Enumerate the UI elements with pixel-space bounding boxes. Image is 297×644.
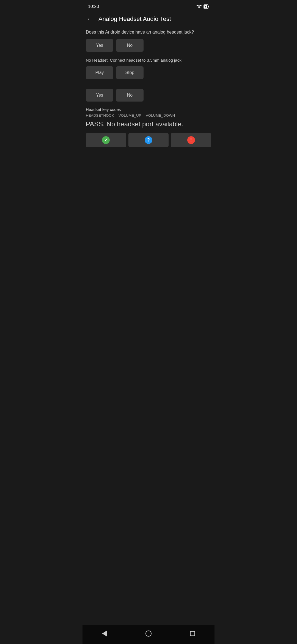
stop-button[interactable]: Stop	[116, 66, 144, 79]
back-triangle-icon	[102, 631, 107, 637]
fail-icon: !	[187, 136, 195, 144]
top-bar: ← Analog Headset Audio Test	[82, 12, 215, 27]
pass-text: PASS. No headset port available.	[86, 120, 211, 128]
recents-square-icon	[190, 631, 195, 636]
question-icon: ?	[145, 136, 152, 144]
pass-result-button[interactable]: ✓	[86, 133, 126, 147]
yes-no-row-2: Yes No	[86, 89, 211, 102]
yes-no-row-1: Yes No	[86, 39, 211, 52]
key-codes-list: HEADSETHOOK VOLUME_UP VOLUME_DOWN	[86, 113, 211, 118]
question-text: Does this Android device have an analog …	[86, 29, 211, 35]
nav-home-button[interactable]	[142, 629, 155, 638]
nav-recents-button[interactable]	[186, 629, 199, 638]
key-code-volume-down: VOLUME_DOWN	[146, 113, 175, 118]
no-button-1[interactable]: No	[116, 39, 144, 52]
play-button[interactable]: Play	[86, 66, 113, 79]
key-codes-title: Headset key codes	[86, 107, 211, 112]
no-button-2[interactable]: No	[116, 89, 144, 102]
back-button[interactable]: ←	[87, 15, 93, 23]
fail-result-button[interactable]: !	[171, 133, 211, 147]
wifi-icon	[196, 4, 202, 9]
result-buttons: ✓ ? !	[86, 133, 211, 147]
home-circle-icon	[145, 631, 152, 637]
spacer	[82, 390, 215, 625]
yes-button-2[interactable]: Yes	[86, 89, 113, 102]
status-icons	[196, 4, 209, 9]
svg-rect-1	[208, 6, 209, 7]
page-title: Analog Headset Audio Test	[98, 15, 171, 23]
divider-1	[86, 84, 211, 89]
nav-back-button[interactable]	[98, 629, 111, 638]
battery-icon	[204, 4, 209, 9]
play-stop-row: Play Stop	[86, 66, 211, 79]
status-bar: 10:20	[82, 0, 215, 12]
key-codes-section: Headset key codes HEADSETHOOK VOLUME_UP …	[86, 107, 211, 118]
question-result-button[interactable]: ?	[128, 133, 169, 147]
pass-icon: ✓	[102, 136, 110, 144]
yes-button-1[interactable]: Yes	[86, 39, 113, 52]
nav-bar	[82, 625, 215, 644]
content: Does this Android device have an analog …	[82, 27, 215, 390]
info-text: No Headset. Connect headset to 3.5mm ana…	[86, 57, 211, 63]
status-time: 10:20	[88, 4, 99, 9]
key-code-volume-up: VOLUME_UP	[119, 113, 141, 118]
key-code-headsethook: HEADSETHOOK	[86, 113, 114, 118]
